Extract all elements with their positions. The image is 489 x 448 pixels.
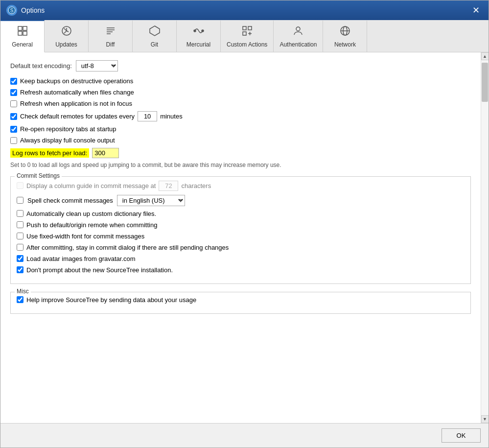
tab-updates-label: Updates — [55, 41, 77, 48]
refresh-focus-label[interactable]: Refresh when application is not in focus — [10, 100, 132, 107]
tab-custom-actions[interactable]: Custom Actions — [221, 20, 274, 52]
tab-git[interactable]: Git — [133, 20, 177, 52]
help-improve-row: Help improve SourceTree by sending data … — [17, 296, 465, 304]
help-improve-checkbox[interactable] — [17, 296, 23, 303]
check-remotes-checkbox[interactable] — [10, 113, 17, 120]
no-prompt-checkbox[interactable] — [17, 266, 23, 273]
svg-rect-15 — [248, 26, 252, 30]
tab-updates[interactable]: Updates — [45, 20, 89, 52]
reopen-tabs-checkbox[interactable] — [10, 126, 17, 133]
tab-mercurial[interactable]: Mercurial — [177, 20, 221, 52]
clean-dict-label[interactable]: Automatically clean up custom dictionary… — [17, 210, 156, 217]
log-rows-hint: Set to 0 to load all logs and speed up j… — [10, 161, 471, 169]
misc-title: Misc — [15, 288, 31, 295]
svg-rect-3 — [23, 26, 27, 30]
help-improve-text: Help improve SourceTree by sending data … — [26, 296, 196, 304]
commit-settings-title: Commit Settings — [15, 172, 62, 179]
scroll-up-arrow[interactable]: ▲ — [481, 52, 489, 60]
no-prompt-label[interactable]: Don't prompt about the new SourceTree in… — [17, 266, 173, 274]
spell-lang-select[interactable]: in English (US) in English (UK) in Frenc… — [117, 195, 185, 206]
spell-check-row: Spell check commit messages in English (… — [17, 195, 465, 206]
full-console-checkbox[interactable] — [10, 137, 17, 144]
keep-backups-label[interactable]: Keep backups on destructive operations — [10, 77, 133, 85]
encoding-select[interactable]: utf-8 utf-16 ascii — [76, 60, 118, 71]
svg-rect-16 — [243, 32, 246, 35]
authentication-icon — [292, 25, 304, 39]
footer: OK — [0, 423, 489, 448]
keep-backups-row: Keep backups on destructive operations — [10, 77, 471, 85]
scroll-track[interactable] — [481, 60, 489, 415]
log-rows-row: Log rows to fetch per load: — [10, 148, 471, 158]
scrollbar[interactable]: ▲ ▼ — [481, 52, 489, 423]
reopen-tabs-text: Re-open repository tabs at startup — [20, 125, 116, 133]
tab-network-label: Network — [334, 41, 356, 48]
git-icon — [149, 25, 161, 39]
col-guide-row: Display a column guide in commit message… — [17, 181, 465, 191]
stay-dialog-checkbox[interactable] — [17, 244, 23, 251]
minutes-input[interactable] — [138, 111, 157, 121]
tab-general-label: General — [12, 41, 33, 48]
check-remotes-row: Check default remotes for updates every … — [10, 111, 471, 121]
options-window: S Options ✕ General Updates Diff — [0, 0, 489, 448]
refresh-focus-checkbox[interactable] — [10, 100, 17, 107]
svg-rect-4 — [18, 31, 22, 35]
refresh-auto-text: Refresh automatically when files change — [20, 89, 134, 96]
fixed-font-checkbox[interactable] — [17, 233, 23, 239]
tab-authentication[interactable]: Authentication — [274, 20, 323, 52]
fixed-font-label[interactable]: Use fixed-width font for commit messages — [17, 233, 144, 240]
load-avatar-label[interactable]: Load avatar images from gravatar.com — [17, 255, 136, 262]
svg-rect-5 — [23, 31, 27, 35]
reopen-tabs-label[interactable]: Re-open repository tabs at startup — [10, 125, 116, 133]
keep-backups-checkbox[interactable] — [10, 78, 17, 85]
col-guide-checkbox[interactable] — [17, 182, 23, 189]
log-rows-input[interactable] — [92, 148, 119, 158]
minutes-suffix: minutes — [160, 113, 183, 120]
refresh-auto-label[interactable]: Refresh automatically when files change — [10, 89, 134, 96]
push-default-checkbox[interactable] — [17, 221, 23, 228]
tab-diff[interactable]: Diff — [89, 20, 133, 52]
encoding-label: Default text encoding: — [10, 62, 72, 70]
encoding-dropdown-wrapper: utf-8 utf-16 ascii ▼ — [76, 60, 118, 71]
load-avatar-row: Load avatar images from gravatar.com — [17, 255, 465, 262]
refresh-focus-row: Refresh when application is not in focus — [10, 100, 471, 107]
tab-mercurial-label: Mercurial — [186, 41, 210, 48]
tab-network[interactable]: Network — [323, 20, 367, 52]
full-console-label[interactable]: Always display full console output — [10, 137, 115, 144]
app-icon: S — [6, 5, 17, 16]
main-content: Default text encoding: utf-8 utf-16 asci… — [0, 52, 481, 423]
scroll-down-arrow[interactable]: ▼ — [481, 415, 489, 423]
encoding-row: Default text encoding: utf-8 utf-16 asci… — [10, 60, 471, 71]
tab-general[interactable]: General — [0, 20, 45, 52]
spell-check-checkbox[interactable] — [17, 197, 23, 204]
ok-button[interactable]: OK — [442, 428, 481, 443]
svg-point-12 — [194, 30, 196, 32]
keep-backups-text: Keep backups on destructive operations — [20, 77, 133, 85]
help-improve-label[interactable]: Help improve SourceTree by sending data … — [17, 296, 196, 304]
push-default-label[interactable]: Push to default/origin remote when commi… — [17, 221, 157, 229]
stay-dialog-label[interactable]: After committing, stay in commit dialog … — [17, 244, 229, 251]
push-default-text: Push to default/origin remote when commi… — [26, 221, 157, 229]
svg-point-13 — [202, 30, 204, 32]
tab-custom-actions-label: Custom Actions — [227, 41, 267, 48]
fixed-font-row: Use fixed-width font for commit messages — [17, 233, 465, 240]
tab-authentication-label: Authentication — [279, 41, 317, 48]
refresh-auto-checkbox[interactable] — [10, 89, 17, 96]
svg-point-19 — [296, 27, 300, 31]
svg-text:S: S — [10, 8, 14, 13]
stay-dialog-row: After committing, stay in commit dialog … — [17, 244, 465, 251]
close-button[interactable]: ✕ — [469, 3, 483, 17]
clean-dict-checkbox[interactable] — [17, 210, 23, 217]
load-avatar-checkbox[interactable] — [17, 255, 23, 262]
diff-icon — [105, 25, 116, 39]
col-guide-input[interactable] — [159, 181, 178, 191]
stay-dialog-text: After committing, stay in commit dialog … — [26, 244, 229, 251]
updates-icon — [61, 25, 72, 39]
scroll-thumb[interactable] — [482, 63, 488, 102]
fixed-font-text: Use fixed-width font for commit messages — [26, 233, 144, 240]
col-guide-label: Display a column guide in commit message… — [26, 182, 156, 189]
misc-group: Misc Help improve SourceTree by sending … — [10, 292, 471, 314]
tab-diff-label: Diff — [106, 41, 115, 48]
network-icon — [339, 25, 351, 39]
clean-dict-text: Automatically clean up custom dictionary… — [26, 210, 156, 217]
col-guide-suffix: characters — [181, 182, 211, 189]
